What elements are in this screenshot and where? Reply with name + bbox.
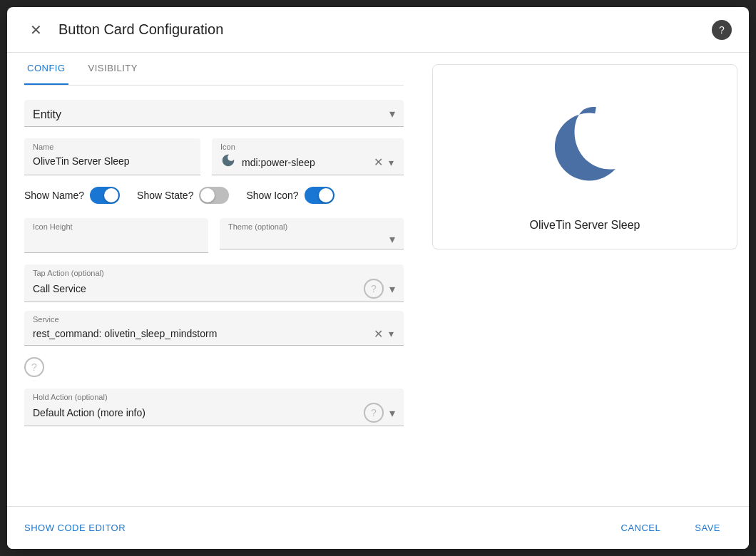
tap-action-value: Call Service: [33, 280, 86, 297]
tabs: CONFIG VISIBILITY: [24, 53, 404, 86]
show-state-toggle[interactable]: [199, 187, 229, 204]
hold-action-label: Hold Action (optional): [33, 393, 395, 401]
help-button[interactable]: ?: [712, 20, 732, 40]
entity-select-wrapper: Entity: [24, 100, 404, 127]
tab-visibility[interactable]: VISIBILITY: [86, 53, 141, 85]
tab-config[interactable]: CONFIG: [24, 53, 68, 85]
cancel-button[interactable]: CANCEL: [610, 517, 673, 539]
icon-input[interactable]: [242, 154, 367, 171]
hold-action-dropdown-arrow: ▾: [389, 406, 395, 420]
icon-height-field-wrapper: Icon Height: [24, 218, 208, 253]
toggle-row: Show Name? Show State? Show Icon?: [24, 187, 404, 204]
show-icon-toggle-thumb: [319, 188, 333, 202]
show-code-editor-button[interactable]: SHOW CODE EDITOR: [24, 522, 126, 533]
service-field-wrapper: Service ✕ ▾: [24, 311, 404, 346]
hold-action-row: Default Action (more info) ? ▾: [33, 403, 395, 423]
theme-field-wrapper[interactable]: Theme (optional) ▾: [220, 218, 404, 249]
service-label: Service: [33, 315, 395, 324]
modal-overlay: ✕ Button Card Configuration ? CONFIG VIS…: [0, 0, 756, 556]
modal: ✕ Button Card Configuration ? CONFIG VIS…: [7, 7, 749, 549]
icon-height-input[interactable]: [33, 232, 200, 249]
theme-label: Theme (optional): [228, 222, 395, 231]
icon-clear-button[interactable]: ✕: [372, 154, 384, 170]
tap-action-row: Call Service ? ▾: [33, 279, 395, 299]
modal-body: CONFIG VISIBILITY Entity Name: [7, 53, 749, 506]
hold-action-help-icon[interactable]: ?: [364, 403, 384, 423]
preview-card: OliveTin Server Sleep: [432, 64, 737, 249]
service-field-actions: ✕ ▾: [372, 326, 395, 342]
icon-height-theme-row: Icon Height Theme (optional) ▾: [24, 218, 404, 253]
service-field-group: Service ✕ ▾: [24, 311, 404, 346]
theme-field-row: ▾: [228, 232, 395, 246]
name-field-wrapper: Name: [24, 138, 200, 175]
service-dropdown-button[interactable]: ▾: [387, 326, 395, 341]
footer-right-buttons: CANCEL SAVE: [610, 517, 732, 539]
close-button[interactable]: ✕: [24, 19, 47, 41]
modal-title: Button Card Configuration: [58, 21, 223, 38]
show-name-label: Show Name?: [24, 190, 84, 201]
icon-dropdown-button[interactable]: ▾: [387, 155, 395, 170]
service-field-input-row: ✕ ▾: [33, 325, 395, 342]
icon-height-label: Icon Height: [33, 222, 200, 231]
show-icon-toggle[interactable]: [305, 187, 334, 204]
entity-select[interactable]: Entity: [24, 100, 404, 127]
name-label: Name: [33, 143, 192, 151]
modal-header: ✕ Button Card Configuration ?: [7, 7, 749, 53]
show-name-toggle-item: Show Name?: [24, 187, 120, 204]
name-input[interactable]: [33, 153, 192, 170]
show-name-toggle[interactable]: [90, 187, 120, 204]
save-button[interactable]: SAVE: [683, 517, 732, 539]
service-input[interactable]: [33, 325, 367, 342]
show-icon-label: Show Icon?: [246, 190, 298, 201]
hold-action-field-group: Hold Action (optional) Default Action (m…: [24, 388, 404, 426]
service-help-button[interactable]: ?: [24, 357, 44, 377]
show-state-toggle-item: Show State?: [137, 187, 229, 204]
tap-action-label: Tap Action (optional): [33, 269, 395, 277]
icon-field-actions: ✕ ▾: [372, 154, 395, 170]
show-icon-toggle-item: Show Icon?: [246, 187, 334, 204]
modal-footer: SHOW CODE EDITOR CANCEL SAVE: [7, 506, 749, 549]
icon-label: Icon: [220, 143, 395, 151]
hold-action-value: Default Action (more info): [33, 404, 145, 421]
modal-header-left: ✕ Button Card Configuration: [24, 19, 223, 41]
modal-left-panel: CONFIG VISIBILITY Entity Name: [7, 53, 421, 506]
service-clear-button[interactable]: ✕: [372, 326, 384, 342]
show-name-toggle-thumb: [104, 188, 118, 202]
theme-dropdown-arrow: ▾: [389, 232, 395, 246]
entity-field-group: Entity: [24, 100, 404, 127]
tap-action-wrapper[interactable]: Tap Action (optional) Call Service ? ▾: [24, 264, 404, 302]
name-icon-row: Name Icon ✕: [24, 138, 404, 175]
show-state-toggle-thumb: [200, 188, 215, 202]
icon-field-input-row: ✕ ▾: [220, 153, 395, 172]
icon-field-wrapper: Icon ✕ ▾: [212, 138, 404, 175]
modal-right-panel: OliveTin Server Sleep: [421, 53, 749, 506]
icon-preview-small: [220, 153, 236, 172]
tap-action-dropdown-arrow: ▾: [389, 282, 395, 296]
tap-action-help-icon[interactable]: ?: [364, 279, 384, 299]
preview-icon: [528, 88, 642, 202]
preview-name: OliveTin Server Sleep: [529, 219, 640, 232]
tap-action-field-group: Tap Action (optional) Call Service ? ▾: [24, 264, 404, 302]
show-state-label: Show State?: [137, 190, 193, 201]
hold-action-wrapper[interactable]: Hold Action (optional) Default Action (m…: [24, 388, 404, 426]
